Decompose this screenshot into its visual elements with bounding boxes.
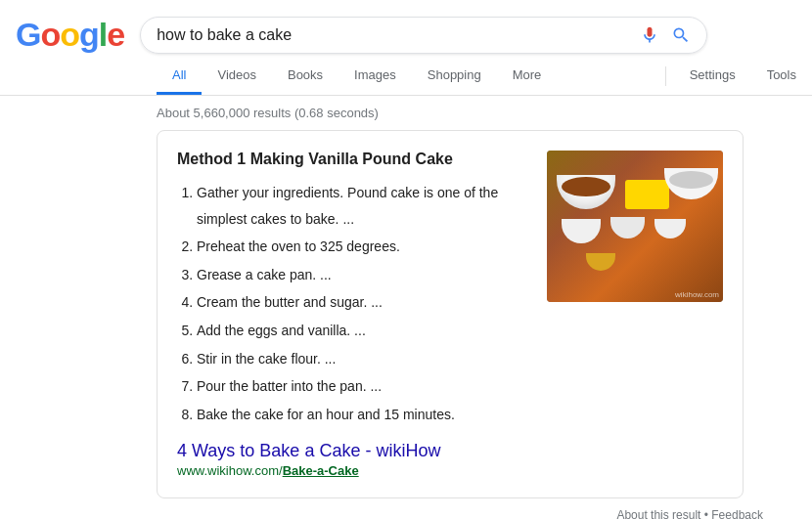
header: Google — [0, 0, 812, 54]
nav-item-books[interactable]: Books — [272, 58, 338, 95]
card-image: wikihow.com — [547, 151, 723, 302]
food-illustration: wikihow.com — [547, 151, 723, 302]
results-info: About 5,660,000 results (0.68 seconds) — [0, 96, 812, 130]
card-url: www.wikihow.com/Bake-a-Cake — [177, 463, 531, 478]
nav-item-shopping[interactable]: Shopping — [412, 58, 497, 95]
bowl-honey — [586, 253, 615, 271]
nav-item-videos[interactable]: Videos — [202, 58, 272, 95]
logo-letter-g2: g — [79, 16, 99, 53]
card-url-bold: Bake-a-Cake — [283, 463, 359, 478]
nav-item-settings[interactable]: Settings — [674, 58, 751, 95]
search-icons — [640, 25, 691, 45]
bowl-small-1 — [562, 219, 601, 243]
result-card: Method 1 Making Vanilla Pound Cake Gathe… — [157, 130, 744, 498]
nav-item-all[interactable]: All — [157, 58, 202, 95]
bowl-small-3 — [654, 219, 686, 238]
butter-block — [625, 180, 669, 209]
card-link: 4 Ways to Bake a Cake - wikiHow www.wiki… — [177, 441, 531, 478]
card-text: Method 1 Making Vanilla Pound Cake Gathe… — [177, 151, 531, 478]
nav-bar: All Videos Books Images Shopping More Se… — [0, 58, 812, 96]
search-input[interactable] — [157, 26, 640, 44]
logo-letter-o2: o — [60, 16, 79, 53]
nav-item-images[interactable]: Images — [338, 58, 412, 95]
nav-item-tools[interactable]: Tools — [751, 58, 812, 95]
logo-letter-e: e — [107, 16, 124, 53]
logo-letter-g: G — [16, 16, 40, 53]
nav-item-more[interactable]: More — [497, 58, 558, 95]
bowl-large — [557, 175, 615, 209]
about-result-link[interactable]: About this result • Feedback — [616, 508, 763, 519]
nav-divider — [665, 66, 666, 86]
nav-items: All Videos Books Images Shopping More — [157, 58, 557, 95]
list-item: Pour the batter into the pan. ... — [197, 373, 531, 400]
bowl-small-2 — [610, 217, 645, 238]
result-link[interactable]: 4 Ways to Bake a Cake - wikiHow — [177, 441, 440, 460]
search-bar[interactable] — [140, 17, 707, 54]
list-item: Bake the cake for an hour and 15 minutes… — [197, 402, 531, 428]
image-watermark: wikihow.com — [675, 290, 719, 299]
bowl-large-2 — [664, 168, 718, 199]
card-title: Method 1 Making Vanilla Pound Cake — [177, 151, 531, 168]
logo-letter-l: l — [99, 16, 107, 53]
microphone-icon[interactable] — [640, 25, 659, 45]
list-item: Grease a cake pan. ... — [197, 262, 531, 288]
about-result: About this result • Feedback — [157, 502, 763, 519]
google-logo: Google — [16, 16, 124, 54]
list-item: Stir in the cake flour. ... — [197, 346, 531, 372]
list-item: Cream the butter and sugar. ... — [197, 289, 531, 316]
nav-right: Settings Tools — [657, 58, 812, 95]
list-item: Preheat the oven to 325 degrees. — [197, 234, 531, 260]
logo-letter-o1: o — [40, 16, 60, 53]
search-icon[interactable] — [671, 25, 691, 45]
list-item: Gather your ingredients. Pound cake is o… — [197, 180, 531, 232]
steps-list: Gather your ingredients. Pound cake is o… — [177, 180, 531, 427]
main-content: Method 1 Making Vanilla Pound Cake Gathe… — [0, 130, 763, 519]
list-item: Add the eggs and vanilla. ... — [197, 318, 531, 344]
